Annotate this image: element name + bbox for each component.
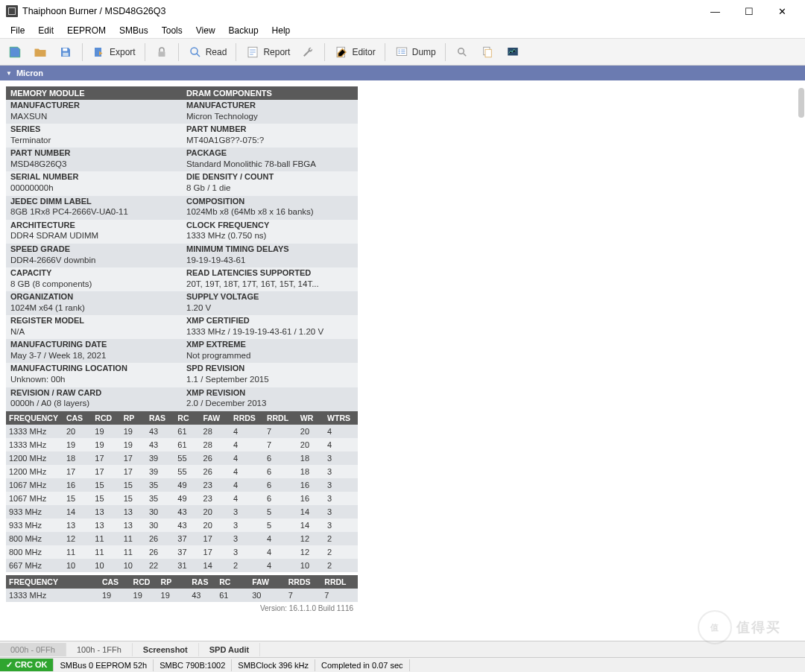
module-field: ORGANIZATION1024M x64 (1 rank) (6, 291, 182, 315)
module-field: JEDEC DIMM LABEL8GB 1Rx8 PC4-2666V-UA0-1… (6, 196, 182, 220)
dram-field: PART NUMBERMT40A1G8??-075:? (182, 124, 358, 148)
timing-row: 667 MHz10101022311424102 (6, 559, 358, 572)
timing-row: 1200 MHz18171739552646183 (6, 451, 358, 465)
dram-field: CLOCK FREQUENCY1333 MHz (0.750 ns) (182, 220, 358, 244)
dram-field: MANUFACTURERMicron Technology (182, 100, 358, 124)
timing-header: WTRS (324, 411, 358, 425)
timing-header: RCD (92, 411, 120, 425)
timing2-header: FREQUENCY (6, 575, 68, 589)
open-icon (33, 45, 48, 60)
timing2-header (68, 575, 99, 589)
toolbar-new[interactable] (3, 42, 27, 62)
toolbar-analyze[interactable] (501, 42, 525, 62)
toolbar-save[interactable] (54, 42, 78, 62)
timing-row: 933 MHz14131330432035143 (6, 505, 358, 519)
version-label: Version: 16.1.1.0 Build 1116 (6, 602, 358, 612)
timing2-header: RCD (130, 575, 158, 589)
close-button[interactable]: ✕ (765, 0, 799, 22)
dram-field: READ LATENCIES SUPPORTED20T, 19T, 18T, 1… (182, 267, 358, 291)
timing-row: 933 MHz13131330432035143 (6, 519, 358, 532)
timing2-header: CAS (99, 575, 130, 589)
tab-100h[interactable]: 100h - 1FFh (66, 643, 133, 656)
timing-header: FAW (201, 411, 231, 425)
module-field: SERIAL NUMBER00000000h (6, 171, 182, 195)
dram-field: PACKAGEStandard Monolithic 78-ball FBGA (182, 148, 358, 171)
module-field: ARCHITECTUREDDR4 SDRAM UDIMM (6, 220, 182, 244)
analyze-icon (505, 45, 520, 60)
menu-tools[interactable]: Tools (156, 24, 189, 37)
dram-field: COMPOSITION1024Mb x8 (64Mb x8 x 16 banks… (182, 196, 358, 220)
timing2-header: RRDS (285, 575, 322, 589)
wrench-icon (300, 45, 315, 60)
module-field: REVISION / RAW CARD0000h / A0 (8 layers) (6, 387, 182, 411)
dram-field: MINIMUM TIMING DELAYS19-19-19-43-61 (182, 244, 358, 267)
maximize-button[interactable]: ☐ (732, 0, 765, 22)
find-icon (455, 45, 470, 60)
dram-field: SUPPLY VOLTAGE1.20 V (182, 291, 358, 315)
status-smbclock: SMBClock 396 kHz (232, 659, 315, 671)
titlebar: Thaiphoon Burner / MSD48G26Q3 — ☐ ✕ (0, 0, 805, 22)
read-icon (188, 45, 203, 60)
svg-rect-0 (63, 48, 67, 51)
timing-table-2: FREQUENCYCASRCDRPRASRCFAWRRDSRRDL 1333 M… (6, 575, 358, 602)
toolbar-dump[interactable]: Dump (390, 42, 441, 62)
toolbar-lock[interactable] (150, 42, 174, 62)
menu-help[interactable]: Help (266, 24, 297, 37)
timing2-header: RAS (189, 575, 216, 589)
menu-smbus[interactable]: SMBus (113, 24, 154, 37)
watermark: 值值得买 (680, 605, 799, 650)
status-smbus: SMBus 0 EEPROM 52h (54, 659, 154, 671)
dram-field: SPD REVISION1.1 / September 2015 (182, 363, 358, 387)
menubar: File Edit EEPROM SMBus Tools View Backup… (0, 22, 805, 39)
timing-row: 800 MHz12111126371734122 (6, 532, 358, 545)
toolbar-find[interactable] (450, 42, 474, 62)
module-field: PART NUMBERMSD48G26Q3 (6, 148, 182, 171)
editor-icon (334, 45, 349, 60)
app-icon (6, 5, 18, 17)
timing-header: RRDL (264, 411, 297, 425)
tab-000h[interactable]: 000h - 0FFh (0, 643, 66, 656)
module-field: REGISTER MODELN/A (6, 315, 182, 339)
toolbar-copy[interactable] (476, 42, 499, 62)
new-icon (7, 45, 22, 60)
timing-header: WR (297, 411, 324, 425)
section-header[interactable]: Micron (0, 66, 805, 80)
timing-row: 1333 MHz19191943612847204 (6, 438, 358, 451)
timing-header: RRDS (230, 411, 264, 425)
module-field: MANUFACTURING LOCATIONUnknown: 00h (6, 363, 182, 387)
toolbar-read[interactable]: Read (183, 42, 232, 62)
toolbar-report[interactable]: Report (241, 42, 294, 62)
timing-row: 1067 MHz16151535492346163 (6, 478, 358, 492)
minimize-button[interactable]: — (698, 0, 732, 22)
dump-icon (394, 45, 409, 60)
toolbar-export[interactable]: Export (87, 42, 140, 62)
toolbar-open[interactable] (28, 42, 52, 62)
header-memory-module: MEMORY MODULE (6, 86, 182, 100)
svg-rect-2 (158, 51, 165, 57)
window-title: Thaiphoon Burner / MSD48G26Q3 (22, 6, 698, 16)
svg-point-7 (458, 48, 464, 54)
menu-view[interactable]: View (190, 24, 221, 37)
export-icon (92, 45, 107, 60)
tab-screenshot[interactable]: Screenshot (133, 643, 199, 656)
status-crc: CRC OK (0, 659, 54, 671)
report-icon (245, 45, 260, 60)
module-field: CAPACITY8 GB (8 components) (6, 267, 182, 291)
timing2-header: RP (158, 575, 189, 589)
toolbar: Export Read Report Editor Dump (0, 39, 805, 66)
tab-spd-audit[interactable]: SPD Audit (199, 643, 260, 656)
menu-file[interactable]: File (4, 24, 31, 37)
scrollbar-thumb[interactable] (798, 88, 804, 118)
toolbar-editor[interactable]: Editor (329, 42, 379, 62)
menu-backup[interactable]: Backup (223, 24, 265, 37)
timing-header: RP (121, 411, 146, 425)
timing-table: FREQUENCYCASRCDRPRASRCFAWRRDSRRDLWRWTRS … (6, 411, 358, 572)
toolbar-settings[interactable] (296, 42, 320, 62)
menu-edit[interactable]: Edit (32, 24, 60, 37)
save-icon (58, 45, 73, 60)
menu-eeprom[interactable]: EEPROM (61, 24, 112, 37)
timing-header: RAS (146, 411, 174, 425)
timing2-header: RRDL (321, 575, 358, 589)
dram-field: XMP CERTIFIED1333 MHz / 19-19-19-43-61 /… (182, 315, 358, 339)
timing2-header: RC (216, 575, 249, 589)
